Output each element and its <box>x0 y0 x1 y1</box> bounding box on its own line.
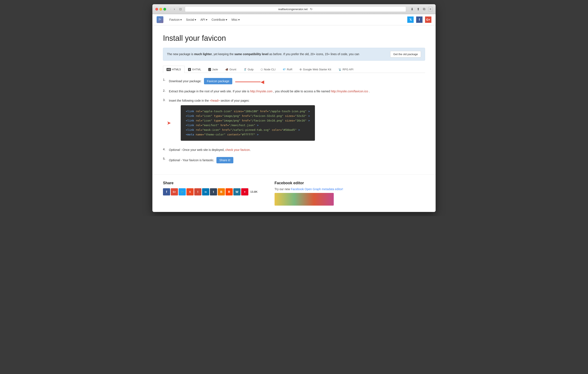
facebook-icon[interactable]: f <box>416 17 422 23</box>
info-box: The new package is much lighter, yet kee… <box>163 48 425 61</box>
nav-favicon[interactable]: Favicon ▾ <box>168 17 183 22</box>
info-box-text: The new package is much lighter, yet kee… <box>167 52 387 56</box>
reload-button[interactable]: ↻ <box>310 7 313 11</box>
nav-bar: 🏳 Favicon ▾ Social ▾ API ▾ Contribute ▾ <box>152 14 436 25</box>
nav-left: 🏳 Favicon ▾ Social ▾ API ▾ Contribute ▾ <box>157 16 241 23</box>
mysite-link[interactable]: http://mysite.com <box>250 90 273 93</box>
minimize-button[interactable] <box>159 8 162 10</box>
share-gplus-button[interactable]: G+ <box>171 188 178 196</box>
chevron-down-icon: ▾ <box>226 18 227 21</box>
maximize-button[interactable] <box>163 8 166 10</box>
facebook-editor-text: Try our new Facebook Open Graph metadata… <box>274 187 343 191</box>
nav-contribute[interactable]: Contribute ▾ <box>210 17 229 22</box>
step-2-content: Extract this package in the root of your… <box>169 89 370 94</box>
share-tumblr-button[interactable]: t <box>210 188 217 196</box>
code-wrapper: ➤ <link rel="apple-touch-icon" sizes="18… <box>175 105 315 141</box>
check-favicon-link[interactable]: check your favicon <box>225 148 250 152</box>
step-3-content: Insert the following code in the <head> … <box>169 98 315 143</box>
tab-gwsk[interactable]: ⚙ Google Web Starter Kit <box>296 66 335 73</box>
tabs: H5 HTML5 X XHTML J Jade 🐗 Grunt 🥤 Gulp ⬡ <box>163 66 425 73</box>
left-arrow-icon: ➤ <box>167 119 171 127</box>
share-digg-button[interactable]: ! <box>194 188 201 196</box>
step-1-content: Download your package: Favicon package ◀ <box>169 78 264 84</box>
favicon-package-button[interactable]: Favicon package <box>204 78 232 84</box>
share-title: Share <box>163 181 258 185</box>
code-block: <link rel="apple-touch-icon" sizes="180x… <box>181 105 315 141</box>
fullscreen-button[interactable]: ⧉ <box>422 7 426 12</box>
get-old-package-button[interactable]: Get the old package <box>390 51 421 57</box>
nav-social[interactable]: Social ▾ <box>184 17 198 22</box>
share-facebook-button[interactable]: f <box>163 188 170 196</box>
nav-api[interactable]: API ▾ <box>199 17 209 22</box>
tab-nodecli[interactable]: ⬡ Node CLI <box>257 66 279 73</box>
footer-section: Share f G+ 🐦 S ! in t B R W + 13.8K Face… <box>152 174 436 212</box>
head-tag: <head> <box>210 99 220 102</box>
tab-html5[interactable]: H5 HTML5 <box>163 66 185 73</box>
tab-xhtml[interactable]: X XHTML <box>185 66 205 73</box>
page-content: Install your favicon The new package is … <box>152 25 436 174</box>
favicon-ico-link[interactable]: http://mysite.com/favicon.ico <box>331 90 368 93</box>
url-text: realfavicongenerator.net <box>278 8 307 11</box>
share-blogger-button[interactable]: B <box>218 188 225 196</box>
share-linkedin-button[interactable]: in <box>202 188 209 196</box>
new-tab-button[interactable]: + <box>428 7 433 11</box>
chevron-down-icon: ▾ <box>206 18 207 21</box>
browser-titlebar: ‹ › ⊡ realfavicongenerator.net ↻ ⬇ ⬆ ⧉ + <box>152 4 436 14</box>
share-wordpress-button[interactable]: W <box>233 188 241 196</box>
tab-jade[interactable]: J Jade <box>205 66 221 73</box>
step-5: 5. Optional - Your favicon is fantastic.… <box>163 157 425 163</box>
share-it-button[interactable]: Share it! <box>216 157 233 163</box>
download-button[interactable]: ⬇ <box>410 7 414 12</box>
arrow-shaft <box>235 82 261 82</box>
page-title: Install your favicon <box>163 34 425 43</box>
facebook-preview-image <box>274 193 334 206</box>
steps-list: 1. Download your package: Favicon packag… <box>163 78 425 163</box>
google-plus-icon[interactable]: G+ <box>425 17 431 23</box>
step-3: 3. Insert the following code in the <hea… <box>163 98 425 143</box>
share-buttons: f G+ 🐦 S ! in t B R W + 13.8K <box>163 188 258 196</box>
tab-rfgapi[interactable]: 📡 RFG API <box>335 66 357 73</box>
step1-arrow: ◀ <box>235 80 264 84</box>
fb-editor-link[interactable]: Facebook Open Graph metadata editor! <box>291 187 343 191</box>
traffic-lights <box>155 8 166 10</box>
facebook-editor-section: Facebook editor Try our new Facebook Ope… <box>274 181 343 206</box>
share-count: 13.8K <box>250 190 258 193</box>
twitter-icon[interactable]: 𝕏 <box>407 17 414 23</box>
logo: 🏳 <box>157 16 163 23</box>
step-4-content: Optional - Once your web site is deploye… <box>169 147 251 152</box>
address-bar[interactable]: realfavicongenerator.net ↻ <box>185 6 406 12</box>
nav-misc[interactable]: Misc ▾ <box>230 17 241 22</box>
nav-arrows: ‹ › <box>169 7 176 11</box>
share-section: Share f G+ 🐦 S ! in t B R W + 13.8K <box>163 181 258 206</box>
browser-window: ‹ › ⊡ realfavicongenerator.net ↻ ⬇ ⬆ ⧉ +… <box>152 4 436 212</box>
arrow-head-icon: ◀ <box>261 80 264 84</box>
share-stumbleupon-button[interactable]: S <box>186 188 194 196</box>
facebook-editor-title: Facebook editor <box>274 181 343 185</box>
nav-menu: Favicon ▾ Social ▾ API ▾ Contribute ▾ Mi… <box>168 17 241 22</box>
chevron-down-icon: ▾ <box>180 18 182 21</box>
step-5-content: Optional - Your favicon is fantastic. Sh… <box>169 157 233 163</box>
close-button[interactable] <box>155 8 158 10</box>
step-2: 2. Extract this package in the root of y… <box>163 89 425 94</box>
step-1: 1. Download your package: Favicon packag… <box>163 78 425 84</box>
share-browser-button[interactable]: ⬆ <box>416 7 420 12</box>
chevron-down-icon: ▾ <box>238 18 240 21</box>
reader-button[interactable]: ⊡ <box>178 7 183 11</box>
step-4: 4. Optional - Once your web site is depl… <box>163 147 425 152</box>
logo-icon: 🏳 <box>158 18 162 21</box>
code-line-1: <link rel="apple-touch-icon" sizes="180x… <box>186 109 310 137</box>
nav-social-icons: 𝕏 f G+ <box>407 17 431 23</box>
browser-actions: ⬇ ⬆ ⧉ <box>410 7 426 12</box>
share-reddit-button[interactable]: R <box>226 188 233 196</box>
chevron-down-icon: ▾ <box>195 18 196 21</box>
share-more-button[interactable]: + <box>241 188 248 196</box>
tab-grunt[interactable]: 🐗 Grunt <box>221 66 240 73</box>
forward-button[interactable]: › <box>173 7 176 11</box>
tab-gulp[interactable]: 🥤 Gulp <box>240 66 257 73</box>
share-twitter-button[interactable]: 🐦 <box>178 188 186 196</box>
back-button[interactable]: ‹ <box>169 7 172 11</box>
tab-ror[interactable]: 💎 RoR <box>279 66 296 73</box>
